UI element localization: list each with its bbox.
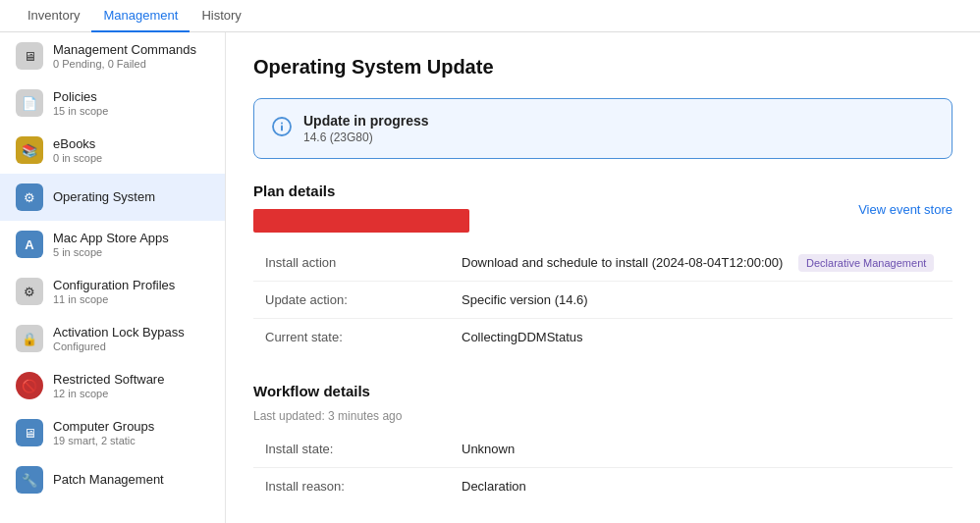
sidebar-item-computer-groups[interactable]: 🖥 Computer Groups 19 smart, 2 static [0,409,225,456]
current-state-label: Current state: [253,319,450,356]
info-icon [272,117,292,141]
configuration-profiles-icon: ⚙ [16,278,43,305]
patch-management-icon: 🔧 [16,466,43,494]
install-reason-label: Install reason: [253,468,450,505]
view-event-store-link[interactable]: View event store [858,202,953,217]
sidebar-item-policies[interactable]: 📄 Policies 15 in scope [0,79,225,127]
sidebar-sub-ebooks: 0 in scope [53,152,102,164]
mac-app-store-icon: A [16,231,43,258]
sidebar-label-operating-system: Operating System [53,189,155,204]
sidebar: 🖥 Management Commands 0 Pending, 0 Faile… [0,32,226,523]
declarative-management-badge: Declarative Management [798,254,934,272]
sidebar-sub-mac-app-store: 5 in scope [53,246,169,258]
table-row: Install action Download and schedule to … [253,244,953,282]
ebooks-icon: 📚 [16,136,43,164]
sidebar-label-management-commands: Management Commands [53,42,196,57]
sidebar-sub-configuration-profiles: 11 in scope [53,293,175,305]
table-row: Install state: Unknown [253,431,953,468]
sidebar-label-activation-lock: Activation Lock Bypass [53,325,185,340]
workflow-details-title: Workflow details [253,383,953,399]
sidebar-item-configuration-profiles[interactable]: ⚙ Configuration Profiles 11 in scope [0,268,225,315]
sidebar-label-restricted-software: Restricted Software [53,372,164,387]
install-state-value: Unknown [450,431,953,468]
tab-history[interactable]: History [190,0,252,32]
red-progress-bar [253,209,469,233]
sidebar-item-restricted-software[interactable]: 🚫 Restricted Software 12 in scope [0,362,225,409]
banner-title: Update in progress [303,113,429,129]
sidebar-label-policies: Policies [53,89,108,104]
sidebar-item-management-commands[interactable]: 🖥 Management Commands 0 Pending, 0 Faile… [0,32,225,79]
svg-rect-1 [281,125,283,131]
management-commands-icon: 🖥 [16,42,43,70]
top-nav: Inventory Management History [0,0,980,32]
sidebar-item-patch-management[interactable]: 🔧 Patch Management [0,456,225,503]
sidebar-item-operating-system[interactable]: ⚙ Operating System [0,174,225,221]
sidebar-sub-activation-lock: Configured [53,340,185,352]
update-banner: Update in progress 14.6 (23G80) [253,98,953,159]
install-action-label: Install action [253,244,450,282]
operating-system-icon: ⚙ [16,183,43,211]
update-action-label: Update action: [253,282,450,319]
table-row: Install reason: Declaration [253,468,953,505]
computer-groups-icon: 🖥 [16,419,43,446]
plan-details-title: Plan details [253,183,469,199]
page-title: Operating System Update [253,56,953,78]
plan-details-table: Install action Download and schedule to … [253,244,953,355]
workflow-details-table: Install state: Unknown Install reason: D… [253,431,953,504]
table-row: Current state: CollectingDDMStatus [253,319,953,356]
sidebar-label-mac-app-store: Mac App Store Apps [53,231,169,245]
sidebar-sub-policies: 15 in scope [53,105,108,117]
sidebar-label-patch-management: Patch Management [53,472,164,487]
table-row: Update action: Specific version (14.6) [253,282,953,319]
activation-lock-icon: 🔒 [16,325,43,352]
sidebar-item-activation-lock[interactable]: 🔒 Activation Lock Bypass Configured [0,315,225,362]
install-reason-value: Declaration [450,468,953,505]
banner-subtitle: 14.6 (23G80) [303,131,429,144]
plan-details-section: Plan details View event store Install ac… [253,183,953,355]
restricted-software-icon: 🚫 [16,372,43,399]
policies-icon: 📄 [16,89,43,117]
tab-management[interactable]: Management [91,0,190,32]
update-action-value: Specific version (14.6) [450,282,953,319]
workflow-details-section: Workflow details Last updated: 3 minutes… [253,383,953,504]
sidebar-label-computer-groups: Computer Groups [53,419,154,434]
last-updated-text: Last updated: 3 minutes ago [253,409,953,423]
current-state-value: CollectingDDMStatus [450,319,953,356]
sidebar-item-ebooks[interactable]: 📚 eBooks 0 in scope [0,127,225,174]
main-content: Operating System Update Update in progre… [226,32,980,523]
sidebar-sub-computer-groups: 19 smart, 2 static [53,435,154,446]
plan-details-header: Plan details View event store [253,183,953,236]
sidebar-label-configuration-profiles: Configuration Profiles [53,278,175,292]
svg-point-2 [281,122,283,124]
sidebar-label-ebooks: eBooks [53,136,102,151]
sidebar-sub-management-commands: 0 Pending, 0 Failed [53,58,196,70]
sidebar-sub-restricted-software: 12 in scope [53,388,164,399]
install-action-value: Download and schedule to install (2024-0… [462,255,783,270]
tab-inventory[interactable]: Inventory [16,0,91,32]
sidebar-item-mac-app-store[interactable]: A Mac App Store Apps 5 in scope [0,221,225,268]
install-state-label: Install state: [253,431,450,468]
